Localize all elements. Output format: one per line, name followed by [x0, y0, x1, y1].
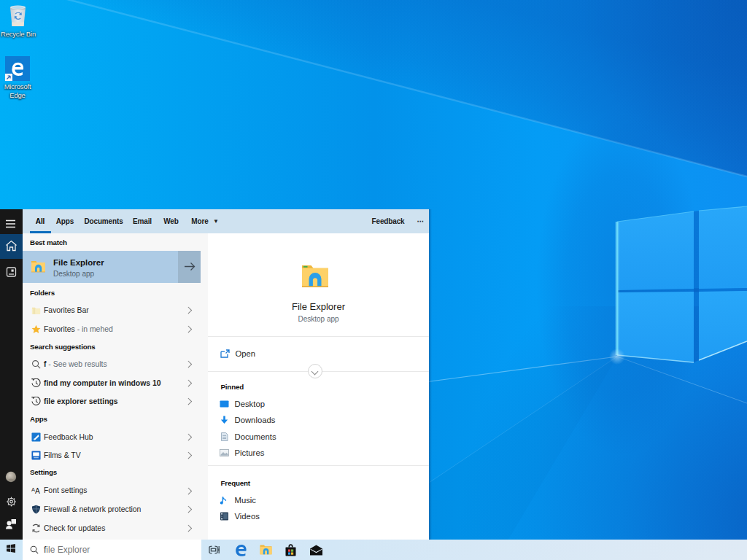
svg-text:A: A — [35, 487, 40, 495]
